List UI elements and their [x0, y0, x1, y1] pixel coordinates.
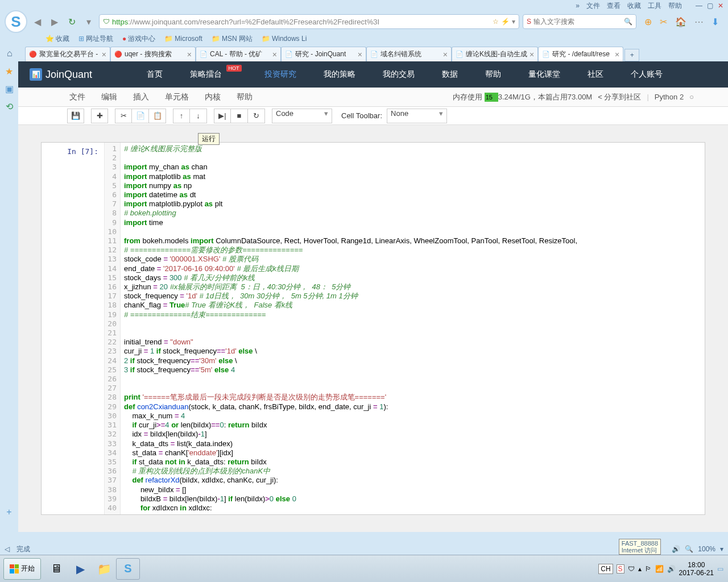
reload-button[interactable]: ↻	[65, 15, 78, 28]
sogou-logo[interactable]: S	[5, 10, 27, 33]
tab-0[interactable]: 🔴聚宽量化交易平台 - ×	[25, 47, 110, 61]
url-dropdown-icon[interactable]: ▾	[512, 18, 515, 26]
move-down-button[interactable]: ↓	[190, 109, 207, 123]
task-monitor-icon[interactable]: 🖥	[44, 558, 68, 580]
task-sogou-icon[interactable]: S	[116, 558, 140, 580]
tray-flag-icon[interactable]: 🏳	[645, 565, 652, 573]
menu-fav[interactable]: 收藏	[627, 1, 641, 11]
search-icon[interactable]: 🔍	[624, 18, 632, 26]
browser-more-icon[interactable]: »	[576, 2, 580, 10]
bm-windows[interactable]: 📁Windows Li	[262, 35, 307, 43]
tab-3[interactable]: 📄研究 - JoinQuant×	[281, 47, 366, 61]
search-box[interactable]: S 🔍	[523, 14, 636, 29]
tab-1[interactable]: 🔴uqer - 搜狗搜索×	[110, 47, 196, 61]
task-explorer-icon[interactable]: 📁	[92, 558, 116, 580]
save-button[interactable]: 💾	[67, 109, 84, 123]
rail-star-icon[interactable]: ★	[5, 66, 13, 77]
back-button[interactable]: ◀	[31, 15, 44, 28]
rail-add-icon[interactable]: +	[6, 507, 11, 517]
jq-nav-6[interactable]: 帮助	[485, 69, 501, 80]
maximize-icon[interactable]: ▢	[707, 2, 713, 10]
tab-4[interactable]: 📄域名纠错系统×	[366, 47, 452, 61]
tab-5[interactable]: 📄缠论K线图-自动生成×	[452, 47, 538, 61]
bm-microsoft[interactable]: 📁Microsoft	[164, 35, 202, 43]
new-tab-button[interactable]: +	[624, 49, 639, 61]
address-bar[interactable]: 🛡 https://www.joinquant.com/research?url…	[99, 14, 519, 29]
code-cell[interactable]: In [7]: 1 2 3 4 5 6 7 8 9 10 11 12 13 14…	[41, 142, 705, 515]
bm-nav[interactable]: ⊞网址导航	[78, 34, 113, 44]
code-content[interactable]: # 缠论K线图展示完整版 import my_chan as chan impo…	[121, 143, 705, 514]
tray-clock[interactable]: 18:002017-06-21	[679, 561, 714, 577]
sound-icon[interactable]: 🔊	[672, 545, 680, 553]
menu-tools[interactable]: 工具	[648, 1, 661, 11]
star-icon[interactable]: ☆	[493, 18, 499, 26]
zoom-icon[interactable]: 🔍	[685, 545, 693, 553]
tab-2[interactable]: 📄CAL - 帮助 - 优矿×	[196, 47, 281, 61]
tray-sogou-icon[interactable]: S	[617, 564, 624, 573]
move-up-button[interactable]: ↑	[173, 109, 190, 123]
jq-logo[interactable]: 📊 JoinQuant	[30, 68, 92, 81]
minimize-icon[interactable]: —	[696, 2, 702, 10]
tray-sound-icon[interactable]: 🔊	[667, 565, 676, 573]
run-button[interactable]: ▶|	[214, 109, 231, 123]
tab-close-icon[interactable]: ×	[358, 50, 362, 59]
bm-msn[interactable]: 📁MSN 网站	[212, 34, 253, 44]
jup-menu-2[interactable]: 插入	[133, 92, 149, 102]
ime-indicator[interactable]: CH	[598, 564, 613, 574]
jup-menu-3[interactable]: 单元格	[165, 92, 189, 102]
jq-nav-1[interactable]: 策略擂台HOT	[190, 69, 237, 80]
menu-view[interactable]: 查看	[607, 1, 621, 11]
tab-close-icon[interactable]: ×	[530, 50, 534, 59]
jq-nav-7[interactable]: 量化课堂	[528, 69, 560, 80]
close-window-icon[interactable]: ✕	[718, 2, 723, 10]
search-input[interactable]	[533, 18, 622, 26]
jup-menu-4[interactable]: 内核	[205, 92, 221, 102]
copy-button[interactable]: 📄	[132, 109, 149, 123]
start-button[interactable]: 开始	[3, 558, 41, 580]
bm-fav[interactable]: ⭐收藏	[46, 34, 69, 44]
rail-layers-icon[interactable]: ▣	[5, 84, 14, 94]
tray-network-icon[interactable]: 📶	[655, 565, 664, 573]
jq-nav-9[interactable]: 个人账号	[631, 69, 663, 80]
task-powershell-icon[interactable]: ▶	[68, 558, 92, 580]
jq-nav-5[interactable]: 数据	[442, 69, 458, 80]
jq-nav-0[interactable]: 首页	[147, 69, 163, 80]
celltoolbar-select[interactable]: None	[387, 109, 447, 123]
home-icon[interactable]: 🏠	[675, 16, 686, 27]
notebook-area[interactable]: In [7]: 1 2 3 4 5 6 7 8 9 10 11 12 13 14…	[18, 125, 728, 532]
paste-button[interactable]: 📋	[149, 109, 166, 123]
tab-close-icon[interactable]: ×	[615, 50, 619, 59]
jup-menu-5[interactable]: 帮助	[237, 92, 253, 102]
jq-nav-8[interactable]: 社区	[588, 69, 603, 80]
tray-shield-icon[interactable]: 🛡	[628, 565, 635, 573]
menu-help[interactable]: 帮助	[668, 1, 682, 11]
home-tab-icon[interactable]: ⌂	[7, 48, 13, 59]
tab-close-icon[interactable]: ×	[102, 50, 106, 59]
rail-history-icon[interactable]: ⟲	[6, 101, 13, 112]
bm-game[interactable]: ●游戏中心	[122, 34, 155, 44]
cut-icon[interactable]: ✂	[660, 16, 667, 27]
jq-nav-4[interactable]: 我的交易	[383, 69, 415, 80]
tab-close-icon[interactable]: ×	[187, 50, 192, 59]
tab-6[interactable]: 📄研究 - /default/rese×	[538, 47, 623, 61]
download-icon[interactable]: ⬇	[712, 16, 719, 27]
tray-chevron-icon[interactable]: ▴	[638, 565, 642, 573]
stop-button[interactable]: ■	[231, 109, 248, 123]
share-button[interactable]: < 分享到社区	[598, 92, 641, 102]
menu-file[interactable]: 文件	[586, 1, 600, 11]
back-small-icon[interactable]: ◁	[5, 545, 10, 553]
jq-nav-3[interactable]: 我的策略	[324, 69, 355, 80]
restart-button[interactable]: ↻	[248, 109, 265, 123]
tab-close-icon[interactable]: ×	[443, 50, 448, 59]
more-icon[interactable]: ⋯	[694, 16, 704, 27]
celltype-select[interactable]: Code	[272, 109, 332, 123]
forward-button[interactable]: ▶	[48, 15, 61, 28]
zoom-dropdown-icon[interactable]: ▾	[720, 545, 723, 553]
jup-menu-0[interactable]: 文件	[69, 92, 85, 102]
tab-close-icon[interactable]: ×	[272, 50, 277, 59]
add-cell-button[interactable]: ✚	[91, 109, 108, 123]
lightning-icon[interactable]: ⚡	[501, 18, 510, 26]
cut-button[interactable]: ✂	[115, 109, 132, 123]
search-provider-icon[interactable]: S	[527, 18, 531, 26]
nav-dropdown-icon[interactable]: ▾	[82, 15, 96, 28]
